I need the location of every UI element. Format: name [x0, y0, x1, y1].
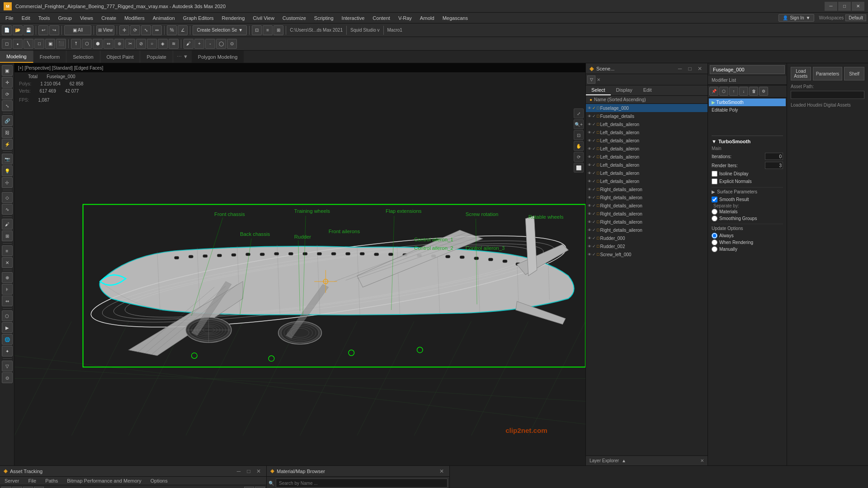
popout-lt-btn[interactable]: ⊞	[2, 230, 13, 241]
pivot-lt-btn[interactable]: ⊕	[2, 272, 13, 283]
mb-search-input[interactable]	[276, 479, 448, 488]
menu-scripting[interactable]: Scripting	[311, 13, 337, 23]
scene-item-8[interactable]: 👁 ✓ □ Left_details_aileron	[586, 169, 708, 177]
light-lt-btn[interactable]: 💡	[2, 165, 13, 176]
tab-freeform[interactable]: Freeform	[33, 51, 67, 63]
sub-tab-polygon-modeling[interactable]: Polygon Modeling	[192, 51, 244, 63]
menu-modifiers[interactable]: Modifiers	[121, 13, 148, 23]
move-btn[interactable]: ✛	[119, 25, 129, 35]
scene-item-14[interactable]: 👁 ✓ □ Right_details_aileron	[586, 218, 708, 226]
scene-tab-select[interactable]: Select	[586, 85, 611, 95]
scene-item-12[interactable]: 👁 ✓ □ Right_details_aileron	[586, 202, 708, 210]
menu-file[interactable]: File	[2, 13, 17, 23]
zoom-in-btn[interactable]: 🔍+	[574, 119, 584, 129]
viewport[interactable]: [+] [Perspective] [Standard] [Edged Face…	[14, 63, 585, 465]
weld-btn[interactable]: ◈	[158, 39, 168, 49]
relax-btn[interactable]: ≋	[169, 39, 179, 49]
scene-item-9[interactable]: 👁 ✓ □ Left_details_aileron	[586, 177, 708, 185]
mod-move-down-btn[interactable]: ↓	[739, 87, 748, 96]
at-maximize-btn[interactable]: □	[245, 467, 253, 475]
mod-move-btn[interactable]: ↑	[729, 87, 738, 96]
tab-modeling[interactable]: Modeling	[0, 51, 33, 63]
border-btn[interactable]: □	[34, 39, 44, 49]
layer-explorer-close[interactable]: ✕	[700, 458, 704, 463]
bone-btn[interactable]: ⚡	[2, 139, 13, 150]
scene-tab-edit[interactable]: Edit	[638, 85, 657, 95]
move-lt-btn[interactable]: ✛	[2, 77, 13, 88]
scene-maximize-btn[interactable]: □	[686, 65, 694, 73]
tab-more[interactable]: ⋯ ▼	[173, 51, 192, 63]
bridge-btn[interactable]: ⇔	[104, 39, 113, 49]
hierarchy-btn[interactable]: ⊞	[274, 25, 283, 35]
ribbon-lt-btn[interactable]: ≡	[2, 245, 13, 256]
always-radio-input[interactable]	[712, 233, 717, 239]
scale-lt-btn[interactable]: ⤡	[2, 100, 13, 111]
explicit-normals-check-input[interactable]	[712, 178, 717, 184]
at-close-btn[interactable]: ✕	[255, 467, 263, 475]
menu-vray[interactable]: V-Ray	[395, 13, 415, 23]
connect-btn[interactable]: ⊕	[114, 39, 124, 49]
scene-item-10[interactable]: 👁 ✓ □ Right_details_aileron	[586, 185, 708, 193]
scene-minimize-btn[interactable]: ─	[676, 65, 684, 73]
orbit-btn[interactable]: ⟳	[574, 152, 584, 162]
maximize-button[interactable]: □	[838, 2, 851, 11]
face-btn[interactable]: ▣	[45, 39, 55, 49]
material-lt-btn[interactable]: ⬡	[2, 310, 13, 321]
align-lt-btn[interactable]: ⊧	[2, 284, 13, 295]
link-btn[interactable]: 🔗	[2, 115, 13, 126]
menu-customize[interactable]: Customize	[279, 13, 310, 23]
menu-interactive[interactable]: Interactive	[338, 13, 368, 23]
extrude-btn[interactable]: ⤒	[71, 39, 81, 49]
view-cube-btn[interactable]: ⊞ View	[96, 25, 114, 35]
new-scene-btn[interactable]: 📄	[2, 25, 12, 35]
scene-item-15[interactable]: 👁 ✓ □ Right_details_aileron	[586, 226, 708, 234]
angle-snap-btn[interactable]: ∠	[178, 25, 188, 35]
zoom-region-btn[interactable]: ⊡	[574, 130, 584, 140]
menu-create[interactable]: Create	[98, 13, 120, 23]
shelf-btn[interactable]: Shelf	[844, 67, 864, 80]
scene-item-5[interactable]: 👁 ✓ □ Left_details_aileron	[586, 145, 708, 153]
open-btn[interactable]: 📂	[13, 25, 23, 35]
scene-item-screw[interactable]: 👁 ✓ □ Screw_left_000	[586, 250, 708, 258]
zoom-extents-btn[interactable]: ⤢	[574, 108, 584, 118]
at-menu-server[interactable]: Server	[0, 477, 24, 485]
unlink-btn[interactable]: ⛓	[2, 127, 13, 138]
shrink-sel-btn[interactable]: -	[205, 39, 215, 49]
create-selection-btn[interactable]: Create Selection Se ▼	[193, 25, 247, 35]
at-menu-options[interactable]: Options	[146, 477, 172, 485]
minimize-button[interactable]: ─	[825, 2, 837, 11]
iterations-input[interactable]	[765, 153, 783, 160]
scene-item-fuselage[interactable]: 👁 ✓ □ Fuselage_000	[586, 104, 708, 112]
scene-item-2[interactable]: 👁 ✓ □ Left_details_aileron	[586, 120, 708, 128]
layer-explorer-bar[interactable]: Layer Explorer ▲ ✕	[586, 455, 708, 465]
close-button[interactable]: ✕	[852, 2, 864, 11]
render-iters-input[interactable]	[765, 162, 783, 169]
filter-lt-btn[interactable]: ▽	[2, 361, 13, 371]
layer-btn[interactable]: ≡	[263, 25, 273, 35]
mb-close-btn[interactable]: ✕	[438, 467, 446, 475]
scene-item-3[interactable]: 👁 ✓ □ Left_details_aileron	[586, 128, 708, 136]
menu-group[interactable]: Group	[54, 13, 75, 23]
manually-radio-input[interactable]	[712, 246, 717, 252]
menu-edit[interactable]: Edit	[18, 13, 34, 23]
scene-item-rudder1[interactable]: 👁 ✓ □ Rudder_000	[586, 234, 708, 242]
menu-animation[interactable]: Animation	[149, 13, 179, 23]
mod-config-btn[interactable]: ⚙	[759, 87, 768, 96]
scene-filter-btn[interactable]: ▽	[587, 75, 595, 84]
camera-lt-btn[interactable]: 📷	[2, 154, 13, 164]
scene-tab-display[interactable]: Display	[611, 85, 638, 95]
scene-item-1[interactable]: 👁 ✓ □ Fuselage_details	[586, 112, 708, 120]
menu-civil-view[interactable]: Civil View	[249, 13, 278, 23]
rotate-lt-btn[interactable]: ⟳	[2, 89, 13, 99]
tab-populate[interactable]: Populate	[140, 51, 173, 63]
shape-lt-btn[interactable]: ◇	[2, 192, 13, 203]
mod-delete-btn[interactable]: 🗑	[749, 87, 758, 96]
rotate-btn[interactable]: ⟳	[130, 25, 140, 35]
menu-views[interactable]: Views	[76, 13, 97, 23]
redo-btn[interactable]: ↪	[49, 25, 59, 35]
scene-item-7[interactable]: 👁 ✓ □ Left_details_aileron	[586, 161, 708, 169]
undo-btn[interactable]: ↩	[38, 25, 48, 35]
maximize-vp-btn[interactable]: ⬜	[574, 163, 584, 173]
scene-item-6[interactable]: 👁 ✓ □ Left_details_aileron	[586, 153, 708, 161]
menu-graph-editors[interactable]: Graph Editors	[179, 13, 217, 23]
